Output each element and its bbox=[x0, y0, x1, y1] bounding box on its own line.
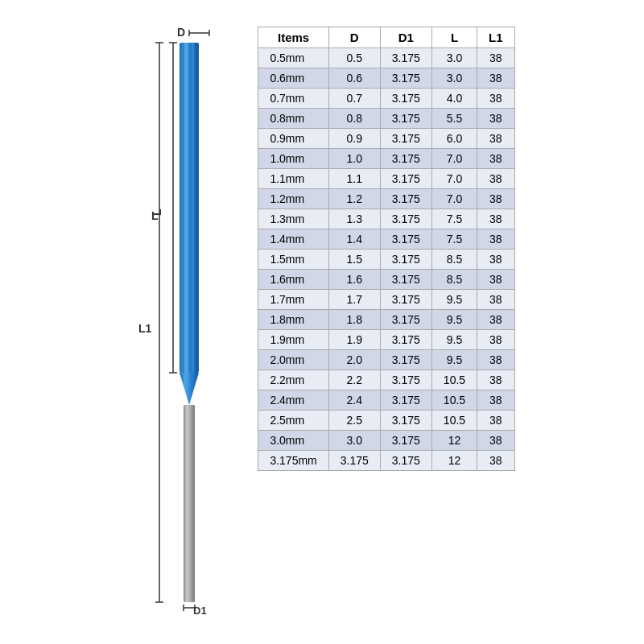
cell-item: 1.9mm bbox=[258, 330, 328, 350]
cell-value: 5.5 bbox=[431, 109, 477, 129]
cell-item: 0.7mm bbox=[258, 89, 328, 109]
cell-value: 4.0 bbox=[431, 89, 477, 109]
cell-value: 38 bbox=[477, 89, 515, 109]
cell-value: 2.0 bbox=[328, 350, 380, 370]
cell-value: 1.0 bbox=[328, 149, 380, 169]
tool-diagram: D bbox=[129, 27, 250, 617]
cell-value: 38 bbox=[477, 209, 515, 229]
main-container: D bbox=[113, 10, 530, 634]
cell-item: 3.175mm bbox=[258, 451, 328, 471]
svg-rect-11 bbox=[184, 405, 195, 602]
cell-value: 3.175 bbox=[380, 89, 431, 109]
cell-value: 38 bbox=[477, 290, 515, 310]
table-row: 1.1mm1.13.1757.038 bbox=[258, 169, 514, 189]
table-row: 2.0mm2.03.1759.538 bbox=[258, 350, 514, 370]
table-row: 2.4mm2.43.17510.538 bbox=[258, 390, 514, 411]
header-d: D bbox=[328, 27, 380, 48]
cell-item: 0.8mm bbox=[258, 109, 328, 129]
cell-value: 3.175 bbox=[380, 310, 431, 330]
svg-text:D: D bbox=[177, 27, 185, 39]
table-row: 0.8mm0.83.1755.538 bbox=[258, 109, 514, 129]
cell-item: 1.2mm bbox=[258, 189, 328, 209]
cell-value: 0.9 bbox=[328, 129, 380, 149]
svg-text:L1: L1 bbox=[138, 322, 152, 335]
cell-value: 38 bbox=[477, 189, 515, 209]
cell-value: 10.5 bbox=[431, 411, 477, 431]
cell-item: 1.3mm bbox=[258, 209, 328, 229]
cell-item: 1.6mm bbox=[258, 270, 328, 290]
cell-item: 2.0mm bbox=[258, 350, 328, 370]
cell-value: 38 bbox=[477, 169, 515, 189]
cell-value: 38 bbox=[477, 109, 515, 129]
cell-value: 12 bbox=[431, 431, 477, 451]
cell-value: 0.8 bbox=[328, 109, 380, 129]
cell-value: 3.175 bbox=[380, 431, 431, 451]
cell-value: 1.9 bbox=[328, 330, 380, 350]
cell-item: 2.4mm bbox=[258, 390, 328, 411]
cell-value: 3.175 bbox=[328, 451, 380, 471]
cell-value: 9.5 bbox=[431, 330, 477, 350]
svg-text:D1: D1 bbox=[193, 605, 207, 614]
cell-value: 2.5 bbox=[328, 411, 380, 431]
cell-value: 3.0 bbox=[328, 431, 380, 451]
specs-table: Items D D1 L L1 0.5mm0.53.1753.0380.6mm0… bbox=[258, 27, 514, 471]
cell-value: 0.6 bbox=[328, 68, 380, 89]
cell-value: 1.4 bbox=[328, 229, 380, 250]
table-row: 1.0mm1.03.1757.038 bbox=[258, 149, 514, 169]
cell-value: 10.5 bbox=[431, 370, 477, 390]
cell-value: 7.0 bbox=[431, 149, 477, 169]
cell-item: 2.5mm bbox=[258, 411, 328, 431]
cell-value: 3.175 bbox=[380, 370, 431, 390]
cell-value: 1.3 bbox=[328, 209, 380, 229]
cell-value: 3.175 bbox=[380, 68, 431, 89]
table-row: 3.175mm3.1753.1751238 bbox=[258, 451, 514, 471]
cell-value: 1.1 bbox=[328, 169, 380, 189]
svg-marker-4 bbox=[180, 373, 199, 405]
table-row: 1.2mm1.23.1757.038 bbox=[258, 189, 514, 209]
svg-rect-5 bbox=[180, 43, 199, 373]
cell-item: 1.4mm bbox=[258, 229, 328, 250]
header-d1: D1 bbox=[380, 27, 431, 48]
cell-value: 2.2 bbox=[328, 370, 380, 390]
cell-value: 0.7 bbox=[328, 89, 380, 109]
cell-value: 38 bbox=[477, 310, 515, 330]
cell-value: 38 bbox=[477, 250, 515, 270]
cell-value: 3.175 bbox=[380, 169, 431, 189]
cell-value: 3.175 bbox=[380, 189, 431, 209]
table-row: 1.8mm1.83.1759.538 bbox=[258, 310, 514, 330]
cell-value: 38 bbox=[477, 330, 515, 350]
cell-value: 3.0 bbox=[431, 68, 477, 89]
cell-value: 3.175 bbox=[380, 451, 431, 471]
header-l1: L1 bbox=[477, 27, 515, 48]
cell-value: 38 bbox=[477, 370, 515, 390]
cell-value: 7.5 bbox=[431, 209, 477, 229]
cell-value: 38 bbox=[477, 431, 515, 451]
cell-value: 38 bbox=[477, 411, 515, 431]
table-row: 0.6mm0.63.1753.038 bbox=[258, 68, 514, 89]
table-row: 2.5mm2.53.17510.538 bbox=[258, 411, 514, 431]
cell-value: 1.8 bbox=[328, 310, 380, 330]
table-wrapper: Items D D1 L L1 0.5mm0.53.1753.0380.6mm0… bbox=[258, 27, 514, 471]
cell-value: 38 bbox=[477, 451, 515, 471]
cell-item: 0.6mm bbox=[258, 68, 328, 89]
cell-value: 38 bbox=[477, 390, 515, 411]
cell-value: 3.175 bbox=[380, 129, 431, 149]
cell-value: 3.175 bbox=[380, 229, 431, 250]
cell-value: 3.175 bbox=[380, 270, 431, 290]
cell-value: 3.175 bbox=[380, 250, 431, 270]
cell-item: 2.2mm bbox=[258, 370, 328, 390]
cell-value: 12 bbox=[431, 451, 477, 471]
table-header-row: Items D D1 L L1 bbox=[258, 27, 514, 48]
cell-item: 1.7mm bbox=[258, 290, 328, 310]
cell-value: 2.4 bbox=[328, 390, 380, 411]
cell-value: 8.5 bbox=[431, 250, 477, 270]
table-row: 0.9mm0.93.1756.038 bbox=[258, 129, 514, 149]
cell-value: 3.175 bbox=[380, 350, 431, 370]
cell-value: 38 bbox=[477, 350, 515, 370]
table-row: 1.5mm1.53.1758.538 bbox=[258, 250, 514, 270]
cell-value: 38 bbox=[477, 129, 515, 149]
table-row: 1.9mm1.93.1759.538 bbox=[258, 330, 514, 350]
cell-value: 1.7 bbox=[328, 290, 380, 310]
cell-item: 0.9mm bbox=[258, 129, 328, 149]
cell-value: 38 bbox=[477, 48, 515, 68]
